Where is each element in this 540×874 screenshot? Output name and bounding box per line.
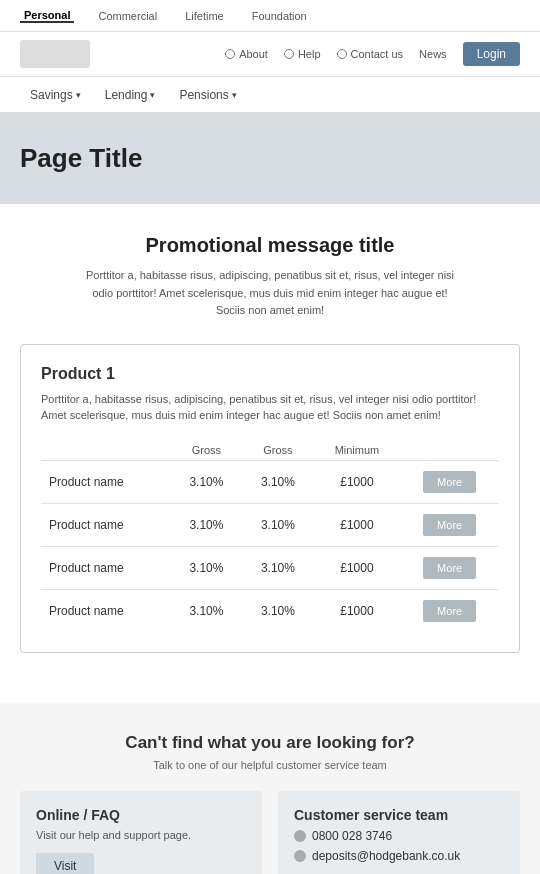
product-card: Product 1 Porttitor a, habitasse risus, …: [20, 344, 520, 653]
col-minimum: Minimum: [314, 440, 401, 461]
table-row: Product name 3.10% 3.10% £1000 More: [41, 503, 499, 546]
row4-gross2: 3.10%: [242, 589, 314, 632]
row3-more-button[interactable]: More: [423, 557, 476, 579]
phone-icon: [294, 830, 306, 842]
lending-nav[interactable]: Lending ▾: [95, 80, 166, 110]
page-title: Page Title: [20, 143, 520, 174]
visit-button[interactable]: Visit: [36, 853, 94, 874]
row4-gross1: 3.10%: [171, 589, 243, 632]
header-links: About Help Contact us News Login: [225, 42, 520, 66]
about-link[interactable]: About: [225, 48, 268, 60]
row3-name: Product name: [41, 546, 171, 589]
main-content: Promotional message title Porttitor a, h…: [0, 204, 540, 703]
customer-service-card: Customer service team 0800 028 3746 depo…: [278, 791, 520, 874]
product-title: Product 1: [41, 365, 499, 383]
table-row: Product name 3.10% 3.10% £1000 More: [41, 460, 499, 503]
col-gross2: Gross: [242, 440, 314, 461]
hero-section: Page Title: [0, 113, 540, 204]
top-nav-personal[interactable]: Personal: [20, 9, 74, 23]
header: About Help Contact us News Login: [0, 32, 540, 77]
promo-title: Promotional message title: [20, 234, 520, 257]
promo-section: Promotional message title Porttitor a, h…: [20, 234, 520, 320]
cant-find-section: Can't find what you are looking for? Tal…: [0, 703, 540, 874]
top-nav: Personal Commercial Lifetime Foundation: [0, 0, 540, 32]
service-cards: Online / FAQ Visit our help and support …: [20, 791, 520, 874]
row2-gross2: 3.10%: [242, 503, 314, 546]
row1-name: Product name: [41, 460, 171, 503]
top-nav-foundation[interactable]: Foundation: [248, 10, 311, 22]
table-row: Product name 3.10% 3.10% £1000 More: [41, 546, 499, 589]
online-faq-desc: Visit our help and support page.: [36, 829, 246, 841]
logo: [20, 40, 90, 68]
lending-arrow: ▾: [150, 90, 155, 100]
help-link[interactable]: Help: [284, 48, 321, 60]
row3-gross2: 3.10%: [242, 546, 314, 589]
phone-item: 0800 028 3746: [294, 829, 504, 843]
cant-find-subtitle: Talk to one of our helpful customer serv…: [20, 759, 520, 771]
row1-gross1: 3.10%: [171, 460, 243, 503]
row2-gross1: 3.10%: [171, 503, 243, 546]
row1-gross2: 3.10%: [242, 460, 314, 503]
col-name: [41, 440, 171, 461]
row1-min: £1000: [314, 460, 401, 503]
product-table: Gross Gross Minimum Product name 3.10% 3…: [41, 440, 499, 632]
row4-min: £1000: [314, 589, 401, 632]
table-row: Product name 3.10% 3.10% £1000 More: [41, 589, 499, 632]
contact-link[interactable]: Contact us: [337, 48, 404, 60]
customer-service-title: Customer service team: [294, 807, 504, 823]
phone-number: 0800 028 3746: [312, 829, 392, 843]
row4-name: Product name: [41, 589, 171, 632]
savings-nav[interactable]: Savings ▾: [20, 80, 91, 110]
email-address: deposits@hodgebank.co.uk: [312, 849, 460, 863]
top-nav-commercial[interactable]: Commercial: [94, 10, 161, 22]
col-gross1: Gross: [171, 440, 243, 461]
row1-more-button[interactable]: More: [423, 471, 476, 493]
row4-more-button[interactable]: More: [423, 600, 476, 622]
product-description: Porttitor a, habitasse risus, adipiscing…: [41, 391, 499, 424]
pensions-arrow: ▾: [232, 90, 237, 100]
row2-min: £1000: [314, 503, 401, 546]
contact-info: 0800 028 3746 deposits@hodgebank.co.uk: [294, 829, 504, 863]
row3-min: £1000: [314, 546, 401, 589]
secondary-nav: Savings ▾ Lending ▾ Pensions ▾: [0, 77, 540, 113]
table-header-row: Gross Gross Minimum: [41, 440, 499, 461]
row2-more-button[interactable]: More: [423, 514, 476, 536]
cant-find-title: Can't find what you are looking for?: [20, 733, 520, 753]
row2-name: Product name: [41, 503, 171, 546]
promo-body: Porttitor a, habitasse risus, adipiscing…: [80, 267, 460, 320]
login-button[interactable]: Login: [463, 42, 520, 66]
pensions-nav[interactable]: Pensions ▾: [169, 80, 246, 110]
email-icon: [294, 850, 306, 862]
row3-gross1: 3.10%: [171, 546, 243, 589]
email-item: deposits@hodgebank.co.uk: [294, 849, 504, 863]
online-faq-title: Online / FAQ: [36, 807, 246, 823]
top-nav-lifetime[interactable]: Lifetime: [181, 10, 228, 22]
savings-arrow: ▾: [76, 90, 81, 100]
online-faq-card: Online / FAQ Visit our help and support …: [20, 791, 262, 874]
news-link[interactable]: News: [419, 48, 447, 60]
